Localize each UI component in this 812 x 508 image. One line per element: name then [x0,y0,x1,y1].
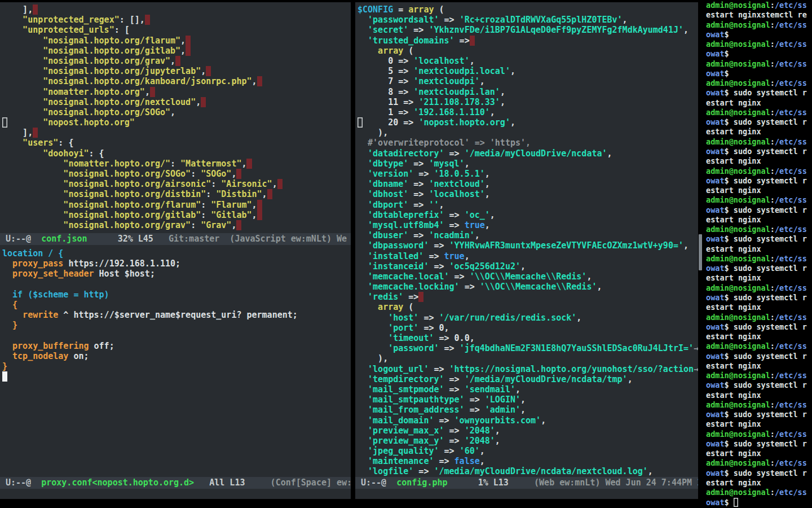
code-text: , [180,36,186,46]
terminal-line: admin@nosignal:/etc/ss [706,430,812,439]
code-text: : [ [114,25,130,35]
code-text: admin@nosignal [706,341,770,351]
terminal-line: estart nginx [706,361,812,371]
code-line: 'passwordsalt' => 'Rc+crozalDTdRWVXaGq55… [358,15,698,25]
code-text: , [485,179,490,189]
code-text: 'nopost.hopto.org' [418,117,510,128]
code-line: 'datadirectory' => '/media/myCloudDrive/… [358,148,698,159]
screen: ], "unprotected_regex": [], "unprotected… [0,0,812,508]
code-text: owat [706,69,725,78]
code-text: "nomatter.hopto.org/" [2,159,170,169]
code-line: { [2,300,351,310]
code-text: "nosignal.hopto.org/gitlab" [2,46,180,56]
code-line: 'tempdirectory' => '/media/myCloudDrive/… [358,374,698,384]
terminal-line: admin@nosignal:/etc/ss [706,137,812,147]
code-line: rewrite ^ https://$server_name$request_u… [2,310,351,320]
code-text: owat [706,293,725,302]
code-text: estart nginx [706,419,761,428]
code-text: } [2,361,7,371]
code-text: 'host' [358,313,418,323]
code-text: 'jfq4bdhaNEm2F3N1E8hQ7YauSShlEDSac0RuJ4L… [460,343,694,353]
code-text: : [770,167,775,176]
terminal-line: admin@nosignal:/etc/ss [706,195,812,205]
code-text: => [465,405,485,415]
editor-window-config-php[interactable]: $CONFIG = array ( 'passwordsalt' => 'Rc+… [355,2,698,477]
code-text: /etc/ss [775,195,807,204]
code-text: $ [725,30,729,39]
terminal-line: owat$ sudo systemctl r [706,264,812,273]
code-line: 'mail_domain' => 'ownyourbits.com', [358,415,698,426]
code-text: 'passwordsalt' [358,15,439,25]
code-text: 'mysql' [429,159,464,169]
code-text: "nomatter.hopto.org" [2,87,145,97]
code-text: 'mail_smtpauthtype' [358,395,465,405]
modeline-conf-json[interactable]: U:--@ conf.json 32% L45 Git:master (Java… [0,233,351,245]
code-text: 'mysql.utf8mb4' [358,220,444,230]
editor-window-proxy-conf[interactable]: location / { proxy_pass https://192.168.… [0,245,351,477]
code-text: 1 => [358,107,413,117]
code-text: 20 => [363,117,418,128]
terminal-pane[interactable]: admin@nosignal:/etc/ssestart nginxstemct… [703,0,812,508]
code-line: "nosignal.hopto.org/nextcloud", [2,97,351,107]
code-text: , [628,374,633,384]
code-text: 0 => [358,56,413,66]
code-text: /etc/ss [775,1,807,10]
code-text: owat [706,468,725,478]
code-text: → [694,364,698,374]
terminal-line: owat$ sudo systemctl r [706,468,812,478]
code-line: 'maintenance' => false, [358,456,698,466]
code-text [448,478,478,488]
code-text: "nosignal.hopto.org/flarum" [2,36,180,46]
code-line: ], [2,128,351,138]
code-text: ), [358,353,388,364]
code-line: 'preview_max_x' => '2048', [358,426,698,436]
emacs-middle-frame: $CONFIG = array ( 'passwordsalt' => 'Rc+… [355,2,698,499]
code-text: , [439,200,444,210]
code-line: } [2,320,351,330]
code-text: estart nginx [706,449,761,458]
terminal-line: admin@nosignal:/etc/ss [706,59,812,69]
code-text: $ sudo systemctl r [725,380,807,389]
code-text: 'datadirectory' [358,148,444,159]
code-text: => [434,456,454,466]
code-text: 'logout_url' [358,364,429,374]
code-text: => [429,261,449,271]
code-text: proxy_pass [2,259,63,269]
modeline-proxy-conf[interactable]: U:--@ proxy.conf<nopost.hopto.org.d> All… [0,477,351,489]
code-text: '211.108.178.33' [418,97,500,107]
terminal-line: owat$ sudo systemctl r [706,352,812,361]
code-line: "unprotected_regex": [], [2,15,351,25]
code-text: $ sudo systemctl r [725,88,807,97]
code-text: 'dbuser' [358,230,408,240]
code-line: 'memcache.locking' => '\\OC\\Memcache\\R… [358,282,698,292]
code-text: , [510,66,515,76]
code-line: 'mail_smtpmode' => 'sendmail', [358,384,698,395]
code-text: ], [2,5,33,15]
code-text: "Mattermost" [180,159,241,169]
scrollbar-track[interactable] [698,0,703,508]
editor-window-conf-json[interactable]: ], "unprotected_regex": [], "unprotected… [0,2,351,233]
code-text: 'port' [358,323,418,333]
code-text: 'dbport' [358,200,408,210]
code-line: "nosignal.hopto.org/grav", [2,56,351,66]
scrollbar-thumb[interactable] [699,234,702,270]
code-text: proxy_buffering [2,341,89,351]
code-line: "users": { [2,138,351,148]
code-line [2,279,351,290]
code-text: 'password' [358,343,439,353]
code-text: "Grav" [201,220,231,230]
code-text: (Web ew:mnLt) Wed Jun 24 7:44PM 1 [509,478,698,488]
code-text: 'secret' [358,25,408,35]
code-text: /etc/ss [775,225,807,234]
code-text: , [252,200,257,210]
code-text: ], [2,128,33,138]
code-text: /etc/ss [775,20,807,29]
code-text: , [480,76,485,86]
code-text: '' [429,200,439,210]
code-text: "Gitlab" [211,210,251,220]
modeline-config-php[interactable]: U:--@ config.php 1% L13 (Web ew:mnLt) We… [355,477,698,489]
code-text: "Airsonic" [221,179,272,189]
terminal-line: admin@nosignal:/etc/ss [706,400,812,410]
terminal-line: admin@nosignal:/etc/ss [706,225,812,234]
code-text: off; [89,341,114,351]
